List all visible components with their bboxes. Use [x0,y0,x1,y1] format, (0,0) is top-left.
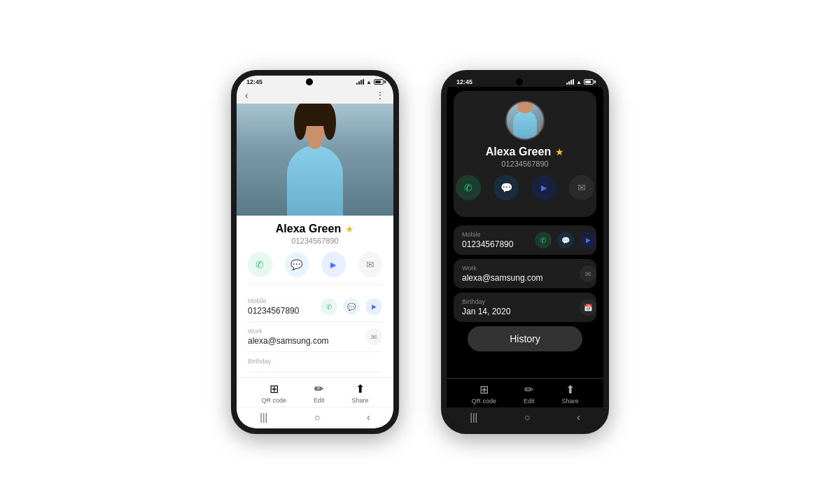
mobile-actions-dark: ✆ 💬 ▶ [535,232,596,248]
history-button[interactable]: History [468,326,582,351]
mobile-actions-light: ✆ 💬 ▶ [321,298,382,315]
call-button-dark[interactable]: ✆ [456,175,481,200]
nav-back-light[interactable]: ‹ [367,412,370,423]
phone-light: 12:45 ▲ ‹ ⋮ [231,70,399,434]
signal-icon-light [356,79,364,85]
work-actions-light: ✉ [365,328,382,345]
email-button-dark[interactable]: ✉ [569,175,594,200]
status-icons-light: ▲ [356,79,384,85]
wifi-icon-dark: ▲ [576,79,582,85]
edit-label-light: Edit [314,397,325,404]
phone-screen-light: 12:45 ▲ ‹ ⋮ [237,76,393,428]
mobile-video-icon[interactable]: ▶ [365,298,382,315]
action-buttons-dark: ✆ 💬 ▶ ✉ [456,175,594,207]
video-button-light[interactable]: ▶ [321,252,346,277]
share-label-dark: Share [561,398,578,405]
work-label-light: Work [248,328,382,335]
mobile-call-icon[interactable]: ✆ [321,298,337,315]
notch-dark [516,78,523,85]
nav-recent-dark[interactable]: ||| [470,412,477,423]
wifi-icon-light: ▲ [366,79,372,85]
mobile-field-dark: Mobile 01234567890 ✆ 💬 ▶ [454,225,596,255]
action-buttons-light: ✆ 💬 ▶ ✉ [248,252,382,285]
contact-phone-light: 01234567890 [248,237,382,245]
edit-action-light[interactable]: ✏ Edit [314,382,325,404]
birthday-actions-dark: 📅 [580,299,596,316]
qr-code-action-light[interactable]: ⊞ QR code [261,382,286,404]
battery-icon-light [374,79,384,85]
notch-light [306,78,313,85]
contact-name-light: Alexa Green [276,223,341,235]
qr-label-light: QR code [261,397,286,404]
birthday-cal-icon-dark[interactable]: 📅 [580,299,596,316]
edit-label-dark: Edit [524,398,535,405]
status-bar-light: 12:45 ▲ [237,76,393,87]
work-email-icon-dark[interactable]: ✉ [580,265,596,282]
battery-icon-dark [584,79,594,85]
message-button-dark[interactable]: 💬 [493,175,519,200]
call-button-light[interactable]: ✆ [248,252,272,277]
contact-name-dark: Alexa Green [486,146,551,158]
edit-icon-light: ✏ [314,382,323,396]
video-button-dark[interactable]: ▶ [531,175,556,200]
nav-bar-dark: ||| ○ ‹ [447,407,603,428]
status-time-dark: 12:45 [456,78,472,85]
status-time-light: 12:45 [246,78,262,85]
status-bar-dark: 12:45 ▲ [447,76,603,87]
birthday-label-light: Birthday [248,358,382,365]
qr-code-action-dark[interactable]: ⊞ QR code [471,383,496,405]
mobile-msg-icon-dark[interactable]: 💬 [557,232,574,248]
work-field-light: Work alexa@samsung.com ✉ [248,322,382,352]
nav-back-dark[interactable]: ‹ [577,412,580,423]
contact-header-dark: Alexa Green ★ 01234567890 ✆ 💬 ▶ ✉ [454,91,596,217]
phone-dark: 12:45 ▲ [441,70,609,434]
signal-icon-dark [566,79,574,85]
work-actions-dark: ✉ [580,265,596,282]
work-email-icon[interactable]: ✉ [365,328,382,345]
edit-action-dark[interactable]: ✏ Edit [524,383,535,405]
nav-recent-light[interactable]: ||| [260,412,267,423]
birthday-field-light: Birthday [248,352,382,372]
status-icons-dark: ▲ [566,79,594,85]
more-icon-light[interactable]: ⋮ [375,90,385,101]
contact-name-row-dark: Alexa Green ★ [486,146,564,158]
back-icon-light[interactable]: ‹ [245,90,248,101]
contact-info-light: Alexa Green ★ 01234567890 ✆ 💬 ▶ ✉ Mobile… [237,216,393,377]
bottom-actions-dark: ⊞ QR code ✏ Edit ⬆ Share [447,378,603,407]
birthday-label-dark: Birthday [462,298,588,305]
nav-bar-light: ||| ○ ‹ [237,407,393,428]
work-field-dark: Work alexa@samsung.com ✉ [454,259,596,288]
mobile-video-icon-dark[interactable]: ▶ [580,232,596,248]
work-value-dark: alexa@samsung.com [462,273,588,283]
star-icon-light[interactable]: ★ [345,223,354,234]
star-icon-dark[interactable]: ★ [555,146,564,158]
work-label-dark: Work [462,265,588,272]
share-icon-dark: ⬆ [566,383,575,396]
share-label-light: Share [351,397,368,404]
contact-info-dark: Mobile 01234567890 ✆ 💬 ▶ Work alexa@sams… [447,221,603,378]
mobile-msg-icon[interactable]: 💬 [343,298,360,315]
qr-icon-light: ⊞ [270,382,279,396]
birthday-value-dark: Jan 14, 2020 [462,307,588,316]
contact-phone-dark: 01234567890 [501,160,548,168]
contact-photo-light [237,104,393,216]
mobile-field-light: Mobile 01234567890 ✆ 💬 ▶ [248,292,382,322]
share-action-light[interactable]: ⬆ Share [351,382,368,404]
share-action-dark[interactable]: ⬆ Share [561,383,578,405]
nav-home-light[interactable]: ○ [314,412,320,423]
qr-icon-dark: ⊞ [479,383,489,396]
qr-label-dark: QR code [471,398,496,405]
contact-name-row-light: Alexa Green ★ [248,223,382,235]
email-button-light[interactable]: ✉ [358,252,383,277]
share-icon-light: ⬆ [356,382,365,396]
work-value-light: alexa@samsung.com [248,336,382,346]
edit-icon-dark: ✏ [524,383,533,396]
phone-screen-dark: 12:45 ▲ [447,76,603,428]
contact-avatar-dark [505,101,545,140]
mobile-call-icon-dark[interactable]: ✆ [535,232,552,248]
bottom-actions-light: ⊞ QR code ✏ Edit ⬆ Share [237,377,393,407]
birthday-field-dark: Birthday Jan 14, 2020 📅 [454,293,596,322]
top-bar-light: ‹ ⋮ [237,87,393,104]
message-button-light[interactable]: 💬 [285,252,309,277]
nav-home-dark[interactable]: ○ [524,412,530,423]
